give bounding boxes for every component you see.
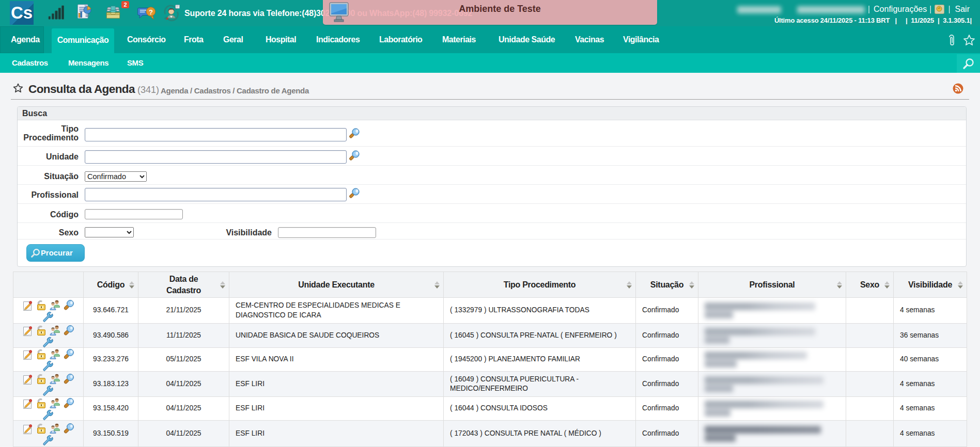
svg-text:?: ? [149,8,153,16]
